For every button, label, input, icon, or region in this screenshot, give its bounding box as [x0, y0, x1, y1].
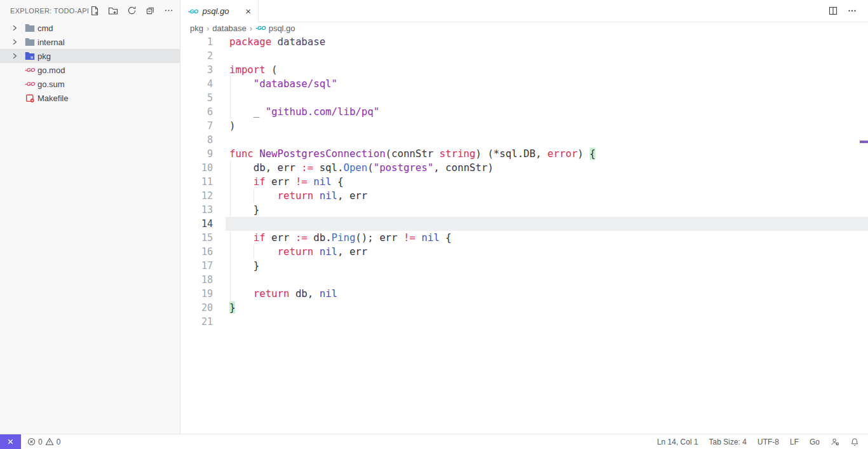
- tab-bar-empty: [259, 0, 828, 22]
- line-number: 14: [180, 217, 226, 231]
- code-line-14[interactable]: 14: [180, 217, 868, 231]
- editor-group: -GO psql.go × pkg›database›-GOpsql.go 1p…: [180, 0, 868, 434]
- warning-count: 0: [57, 438, 61, 446]
- line-content: import (: [226, 63, 868, 77]
- line-number: 15: [180, 231, 226, 245]
- notifications-bell-icon[interactable]: [850, 438, 859, 446]
- code-line-19[interactable]: 19 return db, nil: [180, 287, 868, 301]
- makefile-icon: [25, 93, 35, 103]
- line-content: [226, 49, 868, 63]
- more-actions-icon[interactable]: [847, 6, 857, 16]
- code-line-15[interactable]: 15 if err := db.Ping(); err != nil {: [180, 231, 868, 245]
- sidebar-item-go-mod[interactable]: -GOgo.mod: [0, 63, 180, 77]
- code-line-16[interactable]: 16 return nil, err: [180, 245, 868, 259]
- code-line-1[interactable]: 1package database: [180, 35, 868, 49]
- code-line-18[interactable]: 18: [180, 273, 868, 287]
- new-folder-icon[interactable]: [107, 5, 119, 17]
- feedback-icon[interactable]: [831, 438, 839, 446]
- code-line-8[interactable]: 8: [180, 133, 868, 147]
- status-item-language-mode[interactable]: Go: [810, 438, 820, 446]
- line-content: [226, 315, 868, 329]
- sidebar-item-pkg[interactable]: pkg: [0, 49, 180, 63]
- file-tree: cmdinternalpkg-GOgo.mod-GOgo.sumMakefile: [0, 21, 180, 434]
- line-content: return nil, err: [226, 189, 868, 203]
- problems-status[interactable]: 0 0: [21, 438, 60, 446]
- line-content: [226, 273, 868, 287]
- more-actions-icon[interactable]: [163, 5, 174, 17]
- status-item-eol[interactable]: LF: [790, 438, 799, 446]
- collapse-all-icon[interactable]: [144, 5, 156, 17]
- code-line-21[interactable]: 21: [180, 315, 868, 329]
- line-number: 10: [180, 161, 226, 175]
- sidebar-item-cmd[interactable]: cmd: [0, 21, 180, 35]
- code-line-9[interactable]: 9func NewPostgresConnection(connStr stri…: [180, 147, 868, 161]
- line-content: [226, 133, 868, 147]
- code-line-7[interactable]: 7): [180, 119, 868, 133]
- code-line-10[interactable]: 10 db, err := sql.Open("postgres", connS…: [180, 161, 868, 175]
- status-item-tab-size[interactable]: Tab Size: 4: [709, 438, 747, 446]
- item-label: internal: [37, 38, 65, 47]
- code-line-6[interactable]: 6 _ "github.com/lib/pq": [180, 105, 868, 119]
- split-editor-icon[interactable]: [828, 6, 838, 16]
- breadcrumb-segment[interactable]: pkg: [190, 24, 203, 33]
- line-number: 1: [180, 35, 226, 49]
- code-line-3[interactable]: 3import (: [180, 63, 868, 77]
- file-icon: [22, 93, 37, 103]
- go-file-icon: -GO: [25, 81, 35, 87]
- chevron-right-icon: [11, 39, 22, 45]
- line-content: }: [226, 203, 868, 217]
- line-number: 9: [180, 147, 226, 161]
- chevron-right-icon: [11, 53, 18, 59]
- breadcrumb-segment[interactable]: psql.go: [269, 24, 295, 33]
- code-lines: 1package database23import (4 "database/s…: [180, 35, 868, 329]
- error-count: 0: [38, 438, 43, 446]
- warning-icon: [45, 438, 54, 446]
- remote-indicator[interactable]: [0, 434, 21, 449]
- breadcrumb-segment[interactable]: database: [212, 24, 247, 33]
- close-icon[interactable]: ×: [243, 6, 253, 17]
- line-content: func NewPostgresConnection(connStr strin…: [226, 147, 868, 161]
- line-content: [226, 91, 868, 105]
- sidebar-item-internal[interactable]: internal: [0, 35, 180, 49]
- new-file-icon[interactable]: [89, 5, 100, 17]
- item-label: go.sum: [37, 79, 65, 89]
- tab-bar: -GO psql.go ×: [180, 0, 868, 22]
- explorer-actions: [89, 5, 174, 17]
- explorer-header: EXPLORER: TODO-API: [0, 0, 180, 21]
- status-item-cursor-position[interactable]: Ln 14, Col 1: [657, 438, 698, 446]
- status-item-encoding[interactable]: UTF-8: [757, 438, 779, 446]
- line-content: return db, nil: [226, 287, 868, 301]
- folder-icon: [25, 24, 35, 32]
- line-content: package database: [226, 35, 868, 49]
- sidebar-item-Makefile[interactable]: Makefile: [0, 91, 180, 105]
- code-line-2[interactable]: 2: [180, 49, 868, 63]
- go-file-icon: -GO: [25, 67, 35, 73]
- chevron-right-icon: [11, 25, 22, 31]
- sidebar-item-go-sum[interactable]: -GOgo.sum: [0, 77, 180, 91]
- line-content: }: [226, 259, 868, 273]
- explorer-title: EXPLORER: TODO-API: [10, 7, 89, 15]
- status-right: Ln 14, Col 1Tab Size: 4UTF-8LFGo: [657, 438, 868, 446]
- line-number: 7: [180, 119, 226, 133]
- file-icon: [22, 38, 37, 46]
- code-line-5[interactable]: 5: [180, 91, 868, 105]
- code-line-4[interactable]: 4 "database/sql": [180, 77, 868, 91]
- line-number: 4: [180, 77, 226, 91]
- code-line-12[interactable]: 12 return nil, err: [180, 189, 868, 203]
- file-icon: [22, 52, 37, 60]
- pkg-folder-icon: [25, 52, 35, 60]
- code-line-20[interactable]: 20}: [180, 301, 868, 315]
- line-content: if err != nil {: [226, 175, 868, 189]
- code-line-13[interactable]: 13 }: [180, 203, 868, 217]
- code-line-11[interactable]: 11 if err != nil {: [180, 175, 868, 189]
- line-number: 20: [180, 301, 226, 315]
- file-icon: -GO: [22, 81, 37, 87]
- line-number: 12: [180, 189, 226, 203]
- line-number: 13: [180, 203, 226, 217]
- line-content: return nil, err: [226, 245, 868, 259]
- line-number: 8: [180, 133, 226, 147]
- tab-psql-go[interactable]: -GO psql.go ×: [180, 0, 259, 22]
- refresh-icon[interactable]: [126, 5, 137, 17]
- code-editor[interactable]: 1package database23import (4 "database/s…: [180, 34, 868, 434]
- code-line-17[interactable]: 17 }: [180, 259, 868, 273]
